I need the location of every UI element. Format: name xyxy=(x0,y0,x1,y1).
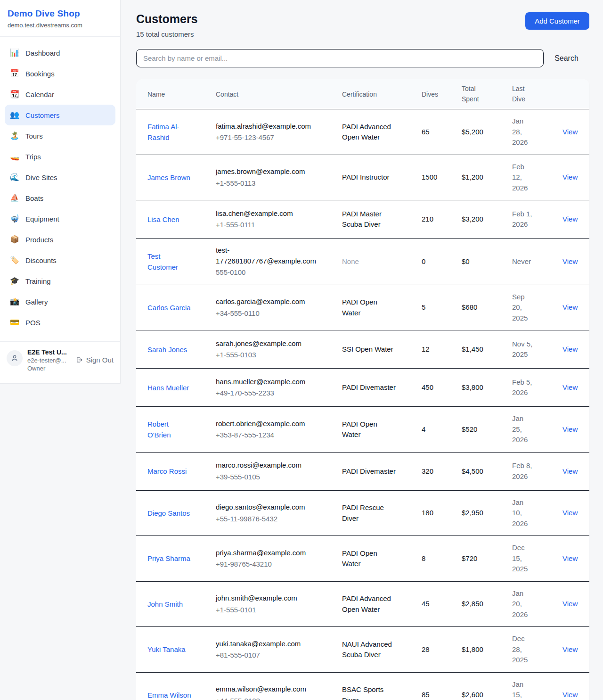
customer-name-link[interactable]: John Smith xyxy=(147,599,183,609)
customer-total-spent: $2,600 xyxy=(462,690,512,700)
customer-certification: PADI Divemaster xyxy=(342,466,400,477)
customer-dives: 5 xyxy=(422,302,462,313)
customer-email: marco.rossi@example.com xyxy=(216,460,317,471)
customer-email: sarah.jones@example.com xyxy=(216,338,317,349)
customer-name-link[interactable]: James Brown xyxy=(147,172,190,183)
customer-last-dive: Dec 28, 2025 xyxy=(512,634,539,666)
view-link[interactable]: View xyxy=(562,215,578,223)
customer-email: fatima.alrashid@example.com xyxy=(216,121,317,132)
customer-dives: 8 xyxy=(422,553,462,564)
customer-email: james.brown@example.com xyxy=(216,166,317,177)
customer-name-link[interactable]: Hans Mueller xyxy=(147,382,189,393)
customer-phone: +55-11-99876-5432 xyxy=(216,514,337,525)
sidebar-header: Demo Dive Shop demo.test.divestreams.com xyxy=(0,0,120,37)
table-row: Sarah Jones sarah.jones@example.com +1-5… xyxy=(136,330,589,369)
sign-out-button[interactable]: Sign Out xyxy=(75,356,114,364)
sidebar-item-gallery[interactable]: 📸 Gallery xyxy=(5,291,115,312)
view-link[interactable]: View xyxy=(562,691,578,699)
sidebar-item-boats[interactable]: ⛵ Boats xyxy=(5,188,115,208)
sidebar-item-products[interactable]: 📦 Products xyxy=(5,229,115,250)
sidebar-item-bookings[interactable]: 📅 Bookings xyxy=(5,63,115,84)
sidebar-item-label: Equipment xyxy=(25,215,59,223)
view-link[interactable]: View xyxy=(562,173,578,181)
package-icon: 📦 xyxy=(9,236,20,243)
customer-name-link[interactable]: Diego Santos xyxy=(147,508,190,519)
customer-name-link[interactable]: Marco Rossi xyxy=(147,466,187,477)
customer-name-link[interactable]: Priya Sharma xyxy=(147,553,190,564)
sidebar-item-label: Bookings xyxy=(25,70,55,78)
customer-name-link[interactable]: Sarah Jones xyxy=(147,344,187,355)
customer-last-dive: Jan 20, 2026 xyxy=(512,588,539,620)
search-input[interactable] xyxy=(136,49,544,67)
search-button[interactable]: Search xyxy=(544,54,589,63)
table-row: Diego Santos diego.santos@example.com +5… xyxy=(136,491,589,536)
customer-last-dive: Sep 20, 2025 xyxy=(512,292,539,324)
customer-name-link[interactable]: Emma Wilson xyxy=(147,690,191,700)
sidebar-item-label: Tours xyxy=(25,132,43,140)
customer-certification: BSAC Sports Diver xyxy=(342,684,400,700)
customer-certification: PADI Divemaster xyxy=(342,382,400,393)
view-link[interactable]: View xyxy=(562,303,578,311)
customer-total-spent: $1,450 xyxy=(462,344,512,355)
customer-phone: +81-555-0107 xyxy=(216,650,337,661)
sidebar-item-customers[interactable]: 👥 Customers xyxy=(5,105,115,125)
customer-name-link[interactable]: Yuki Tanaka xyxy=(147,644,186,655)
customer-dives: 210 xyxy=(422,214,462,225)
user-name: E2E Test U... xyxy=(27,348,70,356)
customer-last-dive: Feb 1, 2026 xyxy=(512,209,539,230)
sidebar-item-trips[interactable]: 🚤 Trips xyxy=(5,146,115,167)
customer-email: diego.santos@example.com xyxy=(216,502,317,513)
sidebar-item-calendar[interactable]: 📆 Calendar xyxy=(5,84,115,105)
column-header-last-dive: Last Dive xyxy=(512,79,562,109)
main-content: Customers 15 total customers Add Custome… xyxy=(121,0,603,700)
customer-last-dive: Jan 28, 2026 xyxy=(512,116,539,148)
customer-last-dive: Nov 5, 2025 xyxy=(512,339,539,360)
customer-certification: PADI Open Water xyxy=(342,297,400,318)
view-link[interactable]: View xyxy=(562,554,578,562)
view-link[interactable]: View xyxy=(562,345,578,353)
customer-email: hans.mueller@example.com xyxy=(216,377,317,387)
sidebar-item-equipment[interactable]: 🤿 Equipment xyxy=(5,208,115,229)
view-link[interactable]: View xyxy=(562,383,578,391)
add-customer-button[interactable]: Add Customer xyxy=(525,12,589,30)
customer-name-link[interactable]: Test Customer xyxy=(147,251,193,273)
customer-dives: 4 xyxy=(422,424,462,435)
sidebar-item-pos[interactable]: 💳 POS xyxy=(5,312,115,333)
sidebar-item-tours[interactable]: 🏝️ Tours xyxy=(5,125,115,146)
view-link[interactable]: View xyxy=(562,467,578,475)
customer-last-dive: Jan 25, 2026 xyxy=(512,413,539,445)
customer-name-link[interactable]: Lisa Chen xyxy=(147,214,179,225)
table-row: Priya Sharma priya.sharma@example.com +9… xyxy=(136,536,589,582)
sidebar-item-label: Trips xyxy=(25,153,41,161)
view-link[interactable]: View xyxy=(562,128,578,136)
people-icon: 👥 xyxy=(9,111,20,119)
sidebar-item-training[interactable]: 🎓 Training xyxy=(5,271,115,291)
sidebar-item-dashboard[interactable]: 📊 Dashboard xyxy=(5,42,115,63)
view-link[interactable]: View xyxy=(562,509,578,517)
customer-total-spent: $520 xyxy=(462,424,512,435)
customer-dives: 12 xyxy=(422,344,462,355)
customer-certification: PADI Master Scuba Diver xyxy=(342,209,400,230)
customer-name-link[interactable]: Fatima Al-Rashid xyxy=(147,121,193,143)
sidebar-item-discounts[interactable]: 🏷️ Discounts xyxy=(5,250,115,271)
customer-email: test-1772681807767@example.com xyxy=(216,245,317,266)
customer-name-link[interactable]: Carlos Garcia xyxy=(147,302,191,313)
view-link[interactable]: View xyxy=(562,645,578,653)
sidebar-item-dive-sites[interactable]: 🌊 Dive Sites xyxy=(5,167,115,188)
sidebar-item-label: Discounts xyxy=(25,256,57,264)
view-link[interactable]: View xyxy=(562,257,578,265)
table-row: Carlos Garcia carlos.garcia@example.com … xyxy=(136,285,589,331)
customer-certification: None xyxy=(342,256,400,267)
customer-total-spent: $0 xyxy=(462,256,512,267)
column-header-actions xyxy=(562,90,578,99)
customer-total-spent: $2,850 xyxy=(462,599,512,609)
customer-last-dive: Feb 8, 2026 xyxy=(512,461,539,482)
view-link[interactable]: View xyxy=(562,425,578,433)
column-header-contact: Contact xyxy=(216,86,342,103)
customer-last-dive: Dec 15, 2025 xyxy=(512,543,539,575)
calendar-date-icon: 📅 xyxy=(9,70,20,77)
customer-name-link[interactable]: Robert O'Brien xyxy=(147,419,193,441)
avatar xyxy=(7,350,23,366)
view-link[interactable]: View xyxy=(562,600,578,608)
sidebar-item-label: Products xyxy=(25,236,53,244)
